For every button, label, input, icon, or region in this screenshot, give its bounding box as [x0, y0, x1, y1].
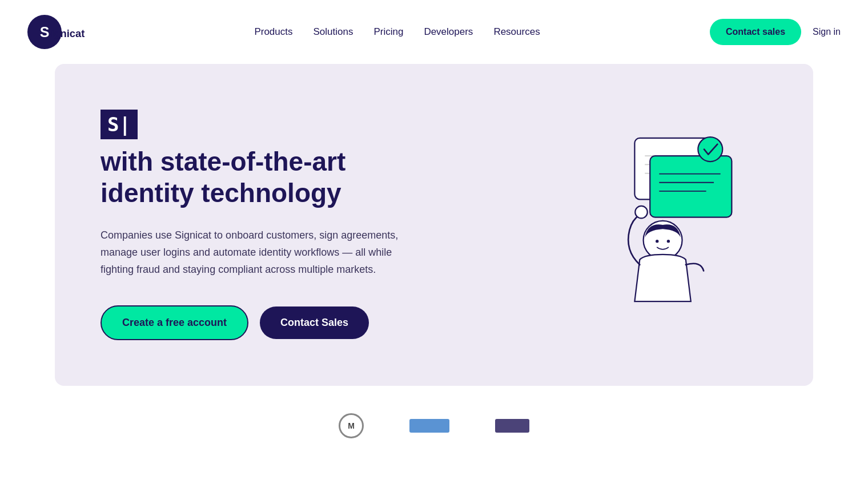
svg-point-11 — [698, 137, 722, 162]
svg-point-13 — [656, 240, 658, 243]
svg-point-14 — [667, 240, 670, 243]
hero-buttons: Create a free account Contact Sales — [101, 305, 420, 340]
nav-actions: Contact sales Sign in — [710, 19, 841, 45]
signicat-logo-svg: S ignicat — [27, 11, 85, 53]
svg-rect-7 — [650, 156, 732, 217]
hero-content: S| with state-of-the-art identity techno… — [101, 110, 420, 340]
nav-item-pricing[interactable]: Pricing — [373, 26, 403, 38]
logos-bar: M — [0, 386, 868, 450]
sign-in-button[interactable]: Sign in — [813, 27, 841, 37]
hero-description: Companies use Signicat to onboard custom… — [101, 227, 409, 278]
nav-item-resources[interactable]: Resources — [493, 26, 540, 38]
navigation: S ignicat Products Solutions Pricing Dev… — [0, 0, 868, 64]
partner-logo-2 — [409, 419, 449, 433]
create-free-account-button[interactable]: Create a free account — [101, 305, 248, 340]
hero-illustration-svg — [573, 128, 767, 322]
partner-logo-3 — [495, 419, 529, 433]
svg-text:ignicat: ignicat — [51, 27, 85, 39]
hero-title: with state-of-the-art identity technolog… — [101, 146, 420, 209]
svg-point-15 — [635, 206, 647, 218]
logo[interactable]: S ignicat — [27, 11, 85, 53]
contact-sales-hero-button[interactable]: Contact Sales — [260, 306, 369, 339]
contact-sales-button[interactable]: Contact sales — [710, 19, 801, 45]
hero-typing-indicator: S| — [101, 110, 138, 139]
nav-item-solutions[interactable]: Solutions — [313, 26, 353, 38]
nav-item-developers[interactable]: Developers — [424, 26, 473, 38]
hero-section: S| with state-of-the-art identity techno… — [55, 64, 813, 386]
nav-links: Products Solutions Pricing Developers Re… — [254, 26, 540, 38]
nav-item-products[interactable]: Products — [254, 26, 292, 38]
svg-text:S: S — [40, 24, 50, 40]
hero-illustration — [573, 128, 767, 322]
partner-logo-1: M — [339, 413, 364, 438]
